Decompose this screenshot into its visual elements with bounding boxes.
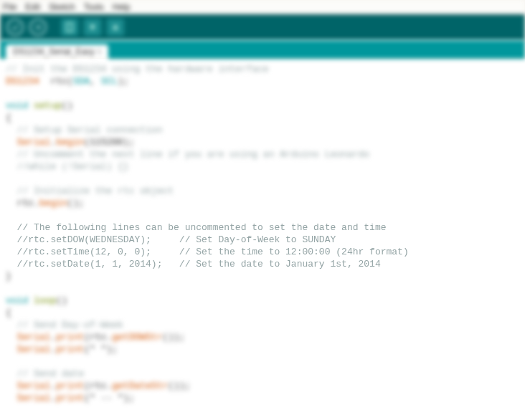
menu-edit[interactable]: Edit xyxy=(25,2,40,12)
svg-rect-0 xyxy=(67,23,72,32)
code-line: DS1234 rtc(SDA, SCL); xyxy=(6,75,519,87)
code-line: // Initialize the rtc object xyxy=(6,185,519,197)
code-line xyxy=(6,87,519,100)
code-line: // Send Day-of-Week xyxy=(6,319,519,331)
code-line: // The following lines can be uncommente… xyxy=(6,221,519,234)
verify-button[interactable] xyxy=(6,18,24,37)
code-line: void loop() xyxy=(6,295,519,307)
code-line xyxy=(6,355,519,368)
file-icon xyxy=(65,22,74,32)
tabbar: DS1234_Serial_Easy § xyxy=(0,40,525,59)
menu-tools[interactable]: Tools xyxy=(84,2,104,12)
arrow-right-icon xyxy=(34,23,42,32)
code-line: Serial.print(" "); xyxy=(6,343,519,355)
code-line: // Init the DS1234 using the hardware in… xyxy=(6,63,519,75)
code-line xyxy=(6,173,519,185)
code-line xyxy=(6,282,519,295)
arrow-up-icon xyxy=(88,23,97,32)
check-icon xyxy=(11,23,19,32)
code-line: //rtc.setDate(1, 1, 2014); // Set the da… xyxy=(6,258,519,270)
code-editor[interactable]: // Init the DS1234 using the hardware in… xyxy=(0,59,525,420)
code-line: // Send date xyxy=(6,368,519,380)
code-line: void setup() xyxy=(6,100,519,112)
menu-help[interactable]: Help xyxy=(113,2,131,12)
tab-dropdown-icon[interactable]: § xyxy=(98,48,101,55)
menu-file[interactable]: File xyxy=(3,2,16,12)
code-line: Serial.print(rtc.getDateStr()); xyxy=(6,380,519,392)
code-line: //rtc.setDOW(WEDNESDAY); // Set Day-of-W… xyxy=(6,234,519,246)
code-line: // Uncomment the next line if you are us… xyxy=(6,148,519,161)
code-line: rtc.begin(); xyxy=(6,197,519,209)
menubar: File Edit Sketch Tools Help xyxy=(0,0,525,14)
menu-sketch[interactable]: Sketch xyxy=(49,2,75,12)
arrow-down-icon xyxy=(111,23,120,32)
sketch-tab[interactable]: DS1234_Serial_Easy § xyxy=(6,44,108,59)
code-line: // Setup Serial connection xyxy=(6,124,519,136)
code-line: //rtc.setTime(12, 0, 0); // Set the time… xyxy=(6,246,519,258)
code-line xyxy=(6,209,519,221)
toolbar xyxy=(0,14,525,40)
code-line: //while (!Serial) {} xyxy=(6,161,519,173)
upload-button[interactable] xyxy=(29,18,47,37)
code-line: Serial.print(rtc.getDOWStr()); xyxy=(6,331,519,343)
code-line: Serial.print(" -- "); xyxy=(6,392,519,404)
code-line: { xyxy=(6,112,519,124)
tab-label: DS1234_Serial_Easy xyxy=(13,47,95,57)
code-line: Serial.begin(115200); xyxy=(6,136,519,148)
open-button[interactable] xyxy=(83,18,102,37)
new-button[interactable] xyxy=(60,18,79,37)
code-line: } xyxy=(6,270,519,282)
save-button[interactable] xyxy=(106,18,125,37)
code-line: { xyxy=(6,307,519,319)
